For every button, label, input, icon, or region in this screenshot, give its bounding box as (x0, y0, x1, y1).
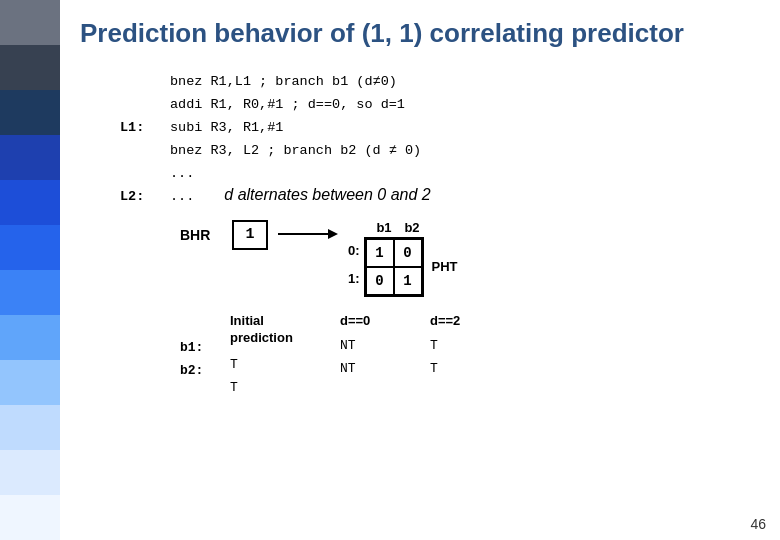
code-line-4: bnez R3, L2 ; branch b2 (d ≠ 0) (120, 140, 760, 163)
sidebar-block-11 (0, 450, 60, 495)
pht-body: 0: 1: 1 0 0 1 PHT (348, 237, 458, 297)
b1-init: T (230, 353, 320, 376)
code-line-2: addi R1, R0,#1 ; d==0, so d=1 (120, 94, 760, 117)
pht-cell-01: 0 (394, 239, 422, 267)
alternates-italic: d alternates between 0 and 2 (224, 186, 430, 203)
pht-b2-header: b2 (398, 220, 426, 235)
l2-label: L2: (120, 189, 170, 204)
pht-section: b1 b2 0: 1: 1 0 0 1 PHT (348, 220, 458, 297)
b1-d2: T (430, 334, 480, 357)
pht-cell-00: 1 (366, 239, 394, 267)
pht-row-1-label: 1: (348, 265, 364, 293)
sidebar-block-12 (0, 495, 60, 540)
code-text-4: bnez R3, L2 ; branch b2 (d ≠ 0) (170, 140, 760, 163)
d-eq-0-header: d==0 (340, 313, 410, 328)
sidebar-block-6 (0, 225, 60, 270)
code-section: bnez R1,L1 ; branch b1 (d≠0) addi R1, R0… (120, 71, 760, 186)
b2-d0: NT (340, 357, 410, 380)
pht-row-labels: 0: 1: (348, 237, 364, 293)
dots-text-2: ... (170, 189, 194, 204)
page-number: 46 (750, 516, 766, 532)
code-label-l1: L1: (120, 117, 170, 140)
prediction-section: X Xb1:b2: Initial prediction T T d==0 NT… (180, 313, 760, 400)
main-content: Prediction behavior of (1, 1) correlatin… (60, 0, 780, 540)
code-text-1: bnez R1,L1 ; branch b1 (d≠0) (170, 71, 760, 94)
d-eq-0-col: d==0 NT NT (340, 313, 410, 381)
pht-b1-header: b1 (370, 220, 398, 235)
pht-col-headers: b1 b2 (370, 220, 426, 235)
b1-d0: NT (340, 334, 410, 357)
d-eq-2-header: d==2 (430, 313, 480, 328)
code-line-1: bnez R1,L1 ; branch b1 (d≠0) (120, 71, 760, 94)
d-eq-2-col: d==2 T T (430, 313, 480, 381)
sidebar-block-5 (0, 180, 60, 225)
pht-cell-10: 0 (366, 267, 394, 295)
code-text-2: addi R1, R0,#1 ; d==0, so d=1 (170, 94, 760, 117)
code-line-dots1: ... (120, 163, 760, 186)
diagram-row: BHR 1 b1 b2 0: 1: 1 0 (180, 220, 760, 297)
sidebar-block-2 (0, 45, 60, 90)
sidebar-block-7 (0, 270, 60, 315)
sidebar-block-3 (0, 90, 60, 135)
initial-label: Initial (230, 313, 320, 330)
l2-line: L2: ... d alternates between 0 and 2 (120, 186, 760, 204)
b2-d2: T (430, 357, 480, 380)
b2-init: T (230, 376, 320, 399)
arrow-svg (278, 224, 338, 244)
sidebar-block-8 (0, 315, 60, 360)
pht-row-0-label: 0: (348, 237, 364, 265)
code-text-3: subi R3, R1,#1 (170, 117, 760, 140)
pht-grid: 1 0 0 1 (364, 237, 424, 297)
b1-row-label: b1: (180, 336, 220, 359)
sidebar-block-10 (0, 405, 60, 450)
bhr-arrow (278, 224, 338, 244)
bhr-section: BHR 1 (180, 220, 268, 250)
sidebar-block-1 (0, 0, 60, 45)
sidebar-block-9 (0, 360, 60, 405)
pht-cell-11: 1 (394, 267, 422, 295)
sidebar (0, 0, 60, 540)
alternates-text: d alternates between 0 and 2 (224, 186, 430, 204)
sidebar-block-4 (0, 135, 60, 180)
b2-row-label: b2: (180, 359, 220, 382)
svg-marker-1 (328, 229, 338, 239)
bhr-box: 1 (232, 220, 268, 250)
code-line-3: L1: subi R3, R1,#1 (120, 117, 760, 140)
slide-title: Prediction behavior of (1, 1) correlatin… (80, 18, 760, 49)
pht-label: PHT (432, 259, 458, 274)
initial-pred-col: Initial prediction T T (230, 313, 320, 400)
prediction-label: prediction (230, 330, 320, 347)
bhr-label: BHR (180, 227, 220, 243)
b-row-labels-col: X Xb1:b2: (180, 313, 220, 383)
code-text-dots1: ... (170, 163, 760, 186)
